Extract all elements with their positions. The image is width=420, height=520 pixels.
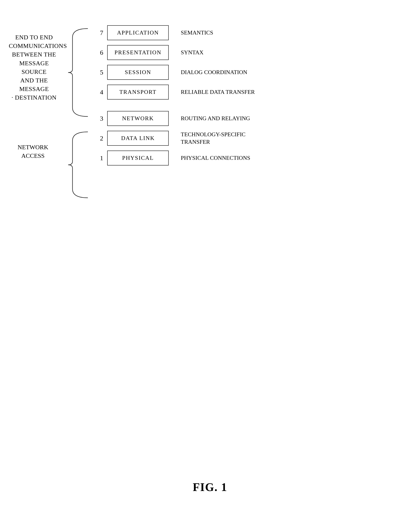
layer-box-3: NETWORK: [107, 111, 169, 126]
left-label-top: END TO END COMMUNICATIONS BETWEEN THE ME…: [9, 33, 59, 102]
left-label-top-line2: COMMUNICATIONS: [9, 42, 59, 50]
layer-row-2: 2 DATA LINK TECHNOLOGY-SPECIFIC TRANSFER: [94, 131, 264, 146]
layer-desc-7: SEMANTICS: [181, 29, 264, 37]
diagram: END TO END COMMUNICATIONS BETWEEN THE ME…: [0, 13, 420, 233]
layer-box-1: PHYSICAL: [107, 151, 169, 166]
bracket-top: [59, 26, 94, 119]
bracket-bottom: [59, 130, 94, 200]
layer-box-4: TRANSPORT: [107, 85, 169, 99]
layer-desc-5: DIALOG COORDINATION: [181, 69, 264, 76]
layer-row-1: 1 PHYSICAL PHYSICAL CONNECTIONS: [94, 151, 264, 166]
layer-row-4: 4 TRANSPORT RELIABLE DATA TRANSFER: [94, 85, 264, 99]
layer-row-3: 3 NETWORK ROUTING AND RELAYING: [94, 111, 264, 126]
layer-desc-3: ROUTING AND RELAYING: [181, 115, 264, 122]
layer-number-5: 5: [94, 69, 103, 76]
left-label-bottom-line1: NETWORK: [13, 143, 53, 152]
left-label-top-line4: MESSAGE SOURCE: [9, 59, 59, 76]
fig-label: FIG. 1: [193, 481, 227, 494]
layer-desc-6: SYNTAX: [181, 49, 264, 56]
layer-box-5: SESSION: [107, 65, 169, 80]
layer-number-7: 7: [94, 29, 103, 37]
layer-desc-1: PHYSICAL CONNECTIONS: [181, 154, 264, 162]
layer-row-5: 5 SESSION DIALOG COORDINATION: [94, 65, 264, 80]
layer-desc-2: TECHNOLOGY-SPECIFIC TRANSFER: [181, 131, 264, 146]
left-label-bottom-line2: ACCESS: [13, 152, 53, 160]
layer-desc-4: RELIABLE DATA TRANSFER: [181, 88, 264, 96]
layers-column: 7 APPLICATION SEMANTICS 6 PRESENTATION S…: [94, 25, 264, 170]
layer-box-6: PRESENTATION: [107, 45, 169, 60]
layer-number-2: 2: [94, 135, 103, 142]
layer-row-7: 7 APPLICATION SEMANTICS: [94, 25, 264, 40]
layer-number-3: 3: [94, 115, 103, 122]
layer-row-6: 6 PRESENTATION SYNTAX: [94, 45, 264, 60]
layer-number-6: 6: [94, 49, 103, 56]
layer-box-2: DATA LINK: [107, 131, 169, 146]
layer-number-1: 1: [94, 154, 103, 162]
left-label-top-line3: BETWEEN THE: [9, 50, 59, 59]
left-label-top-line5: AND THE: [9, 76, 59, 85]
left-label-top-line6: MESSAGE: [9, 85, 59, 93]
left-label-top-line7: · DESTINATION: [9, 93, 59, 102]
layer-box-7: APPLICATION: [107, 25, 169, 40]
left-label-top-line1: END TO END: [9, 33, 59, 42]
layer-number-4: 4: [94, 88, 103, 96]
left-label-bottom: NETWORK ACCESS: [13, 143, 53, 160]
